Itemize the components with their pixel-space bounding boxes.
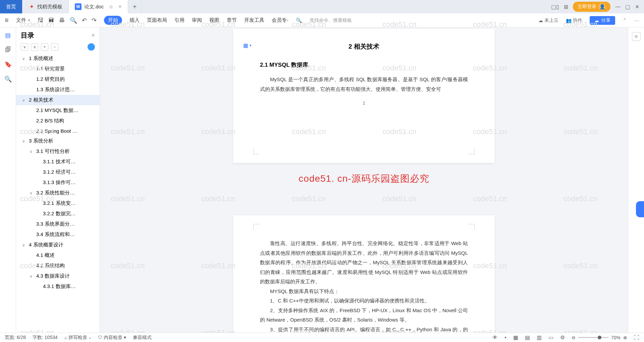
file-menu[interactable]: 文件▾ bbox=[16, 17, 30, 23]
toc-item[interactable]: 2.3 Spring Boot … bbox=[16, 126, 100, 136]
menu-icon[interactable]: ≡ bbox=[5, 16, 9, 24]
view-outline-icon[interactable]: ▤ bbox=[525, 334, 530, 341]
toc-item[interactable]: 4.3.1 数据库… bbox=[16, 281, 100, 292]
more-icon[interactable]: ⋯ bbox=[634, 17, 639, 23]
toc-item[interactable]: ∨4.3 数据库设计 bbox=[16, 271, 100, 281]
status-page[interactable]: 页面: 6/28 bbox=[5, 335, 26, 341]
toc-item-label: 3.1.3 操作可… bbox=[43, 179, 76, 186]
ribbon-tab-sections[interactable]: 章节 bbox=[227, 17, 237, 23]
toc-item-label: 2.1 MYSQL 数据… bbox=[36, 107, 78, 114]
expand-all-icon[interactable]: ∧ bbox=[31, 43, 38, 51]
login-button[interactable]: 立即登录 👤 bbox=[573, 2, 610, 12]
toc-item[interactable]: 2.2 B/S 结构 bbox=[16, 116, 100, 126]
bookmark-icon[interactable]: 🔖 bbox=[4, 61, 12, 68]
dot-icon[interactable]: • bbox=[504, 335, 506, 341]
search-icon[interactable]: 🔍 bbox=[296, 17, 302, 23]
toc-item[interactable]: 1.3 系统设计思… bbox=[16, 84, 100, 95]
eye-icon[interactable]: 👁 bbox=[492, 335, 498, 341]
expand-icon: ∨ bbox=[30, 149, 34, 154]
toc-item-label: 4.2 系统结构 bbox=[36, 263, 65, 269]
toc-item[interactable]: ∨4 系统概要设计 bbox=[16, 240, 100, 250]
remove-item-icon[interactable]: − bbox=[51, 43, 58, 51]
body-paragraph: 靠性高、运行速度快、多线程、跨平台性、完全网络化、稳定性等，非常适用于 Web … bbox=[260, 239, 468, 287]
view-read-icon[interactable]: ▭ bbox=[548, 334, 553, 341]
page-number: 2 bbox=[260, 101, 468, 106]
toc-item[interactable]: ∨1 系统概述 bbox=[16, 53, 100, 64]
ribbon-tab-pagelayout[interactable]: 页面布局 bbox=[147, 17, 167, 23]
add-item-icon[interactable]: + bbox=[41, 43, 48, 51]
tab-document[interactable]: W 论文.doc ⎚ × bbox=[69, 0, 128, 13]
preview-icon[interactable]: 🔍 bbox=[70, 17, 77, 24]
search-placeholder[interactable]: 查找命令、搜索模板 bbox=[310, 17, 352, 23]
redo-icon[interactable]: ↷ bbox=[92, 17, 97, 24]
minimize-icon[interactable]: — bbox=[615, 4, 621, 10]
view-page-icon[interactable]: ▦ bbox=[513, 334, 518, 341]
share-icon: ☁ bbox=[594, 18, 599, 23]
toc-item[interactable]: 3.4 系统流程和… bbox=[16, 229, 100, 240]
toc-item[interactable]: 4.1 概述 bbox=[16, 250, 100, 261]
ribbon-tab-devtools[interactable]: 开发工具 bbox=[244, 17, 264, 23]
collab-button[interactable]: 👥协作 bbox=[566, 17, 582, 23]
toc-item-label: 3.4 系统流程和… bbox=[36, 231, 75, 238]
clipboard-icon[interactable]: 🗐 bbox=[5, 46, 11, 53]
toc-item[interactable]: ∨3.1 可行性分析 bbox=[16, 146, 100, 157]
toc-item[interactable]: ∨3.2 系统性能分… bbox=[16, 188, 100, 198]
toc-item[interactable]: 2.1 MYSQL 数据… bbox=[16, 105, 100, 116]
toc-item[interactable]: 3.1.2 经济可… bbox=[16, 167, 100, 177]
ribbon-tab-review[interactable]: 审阅 bbox=[192, 17, 202, 23]
ribbon-tab-insert[interactable]: 插入 bbox=[129, 17, 140, 23]
maximize-icon[interactable]: ▢ bbox=[625, 4, 630, 10]
zoom-out-icon[interactable]: ⊖ bbox=[572, 335, 576, 340]
cloud-status[interactable]: ☁未上云 bbox=[538, 17, 558, 23]
view-web-icon[interactable]: ▥ bbox=[537, 334, 542, 341]
toc-item-label: 3 系统分析 bbox=[29, 138, 53, 144]
toc-item[interactable]: 3.1.3 操作可… bbox=[16, 177, 100, 188]
status-compat[interactable]: 兼容模式 bbox=[133, 335, 152, 341]
window-controls: ▢▯ ⊞ 立即登录 👤 — ▢ ✕ bbox=[546, 0, 644, 13]
toc-item[interactable]: 3.2.2 数据完… bbox=[16, 209, 100, 219]
undo-icon[interactable]: ↶ bbox=[82, 17, 87, 24]
save-icon[interactable]: 🖫 bbox=[38, 17, 44, 24]
print-icon[interactable]: 🖶 bbox=[59, 17, 65, 24]
toc-item[interactable]: 1.1 研究背景 bbox=[16, 64, 100, 74]
toc-item[interactable]: 1.2 研究目的 bbox=[16, 74, 100, 84]
save-as-icon[interactable]: 🖬 bbox=[48, 17, 54, 24]
zoom-slider[interactable]: ⊖ 70% ⊕ bbox=[572, 335, 627, 340]
close-window-icon[interactable]: ✕ bbox=[635, 4, 639, 10]
share-button[interactable]: ☁分享 bbox=[590, 16, 615, 25]
fullscreen-icon[interactable]: ⛶ bbox=[634, 335, 639, 341]
ribbon-tab-reference[interactable]: 引用 bbox=[174, 17, 184, 23]
toc-item[interactable]: 3.2.1 系统安… bbox=[16, 198, 100, 209]
ai-assist-icon[interactable] bbox=[88, 43, 95, 51]
close-icon[interactable]: × bbox=[118, 4, 121, 10]
gear-icon[interactable]: ⚙ bbox=[560, 334, 565, 341]
close-toc-icon[interactable]: × bbox=[91, 32, 95, 39]
toc-item[interactable]: 4.2 系统结构 bbox=[16, 261, 100, 271]
toc-item[interactable]: ∨2 相关技术 bbox=[16, 95, 100, 105]
toc-item[interactable]: ∨3 系统分析 bbox=[16, 136, 100, 146]
ribbon-tab-start[interactable]: 开始 bbox=[104, 16, 122, 25]
find-icon[interactable]: 🔍 bbox=[4, 75, 12, 83]
cast-icon[interactable]: ⎚ bbox=[110, 4, 112, 9]
grid-icon[interactable]: ⊞ bbox=[564, 4, 568, 10]
collapse-ribbon-icon[interactable]: ⌃ bbox=[623, 17, 627, 23]
ribbon-tab-view[interactable]: 视图 bbox=[209, 17, 219, 23]
feedback-button[interactable] bbox=[636, 201, 644, 217]
outline-icon[interactable]: ▤ bbox=[5, 32, 11, 39]
tab-add[interactable]: + bbox=[128, 0, 142, 13]
status-spell[interactable]: ⌕ 拼写检查 ▾ bbox=[64, 335, 91, 341]
layout-icon[interactable]: ▢▯ bbox=[551, 4, 559, 10]
status-content[interactable]: 🛡 内容检查 ▾ bbox=[98, 335, 126, 341]
zoom-in-icon[interactable]: ⊕ bbox=[623, 335, 627, 340]
ribbon-tab-member[interactable]: 会员专› bbox=[272, 17, 288, 23]
toc-list: ∨1 系统概述1.1 研究背景1.2 研究目的1.3 系统设计思…∨2 相关技术… bbox=[16, 53, 100, 333]
page-tools-icon[interactable]: ▦ ▾ bbox=[243, 42, 252, 49]
tab-template[interactable]: ✦ 找稻壳模板 bbox=[22, 0, 69, 13]
toc-item[interactable]: 3.3 系统界面分… bbox=[16, 219, 100, 229]
status-words[interactable]: 字数: 10534 bbox=[33, 335, 58, 341]
tab-home[interactable]: 首页 bbox=[0, 0, 22, 13]
collapse-all-icon[interactable]: ∨ bbox=[21, 43, 28, 51]
toc-item[interactable]: 3.1.1 技术可… bbox=[16, 157, 100, 167]
toc-item-label: 3.2 系统性能分… bbox=[36, 190, 75, 196]
panel-toggle-icon[interactable]: ≡ bbox=[632, 32, 641, 41]
